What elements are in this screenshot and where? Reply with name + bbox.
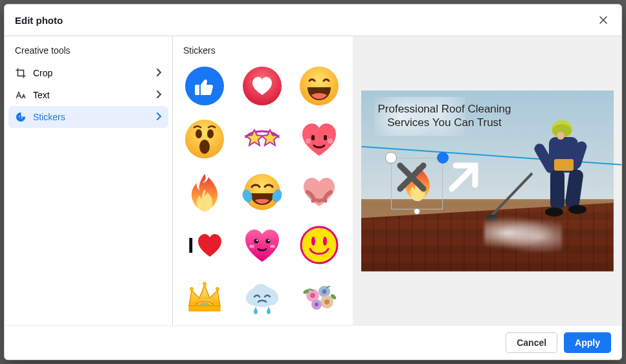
canvas-area: Professional Roof Cleaning Services You … — [353, 36, 621, 325]
rainbow-crown-sticker[interactable] — [181, 274, 229, 322]
fire-sticker[interactable] — [181, 168, 229, 216]
i-heart-sticker[interactable] — [181, 221, 229, 269]
close-icon — [598, 15, 609, 25]
wow-face-sticker[interactable] — [181, 115, 229, 163]
tool-crop[interactable]: Crop — [8, 62, 168, 84]
flat-smiley-sticker[interactable] — [295, 221, 343, 269]
thumbs-up-sticker[interactable] — [181, 62, 229, 110]
text-icon — [15, 89, 27, 101]
hugging-heart-sticker[interactable] — [295, 168, 343, 216]
stickers-panel: Stickers — [173, 36, 353, 325]
svg-point-55 — [19, 116, 20, 117]
grinning-face-sticker[interactable] — [295, 62, 343, 110]
tears-of-joy-sticker[interactable] — [238, 168, 286, 216]
resize-icon — [444, 158, 483, 197]
edit-photo-modal: Edit photo Creative tools Crop — [4, 4, 622, 360]
modal-body: Creative tools Crop Text — [5, 36, 621, 325]
star-glasses-sticker[interactable] — [238, 115, 286, 163]
chevron-right-icon — [155, 112, 162, 123]
pink-heart-face-sticker[interactable] — [238, 221, 286, 269]
apply-button[interactable]: Apply — [564, 332, 611, 353]
sticker-delete-handle[interactable] — [385, 152, 397, 164]
chevron-right-icon — [155, 68, 162, 79]
crying-cloud-sticker[interactable] — [238, 274, 286, 322]
photo-canvas[interactable]: Professional Roof Cleaning Services You … — [361, 91, 614, 272]
svg-point-56 — [21, 118, 23, 119]
modal-footer: Cancel Apply — [5, 325, 621, 359]
tool-label: Stickers — [33, 112, 65, 122]
heart-white-on-red-sticker[interactable] — [238, 62, 286, 110]
tool-label: Text — [33, 90, 50, 100]
modal-header: Edit photo — [5, 5, 621, 36]
sticker-icon — [15, 111, 27, 123]
heart-with-face-sticker[interactable] — [295, 115, 343, 163]
photo-overlay-text: Professional Roof Cleaning Services You … — [377, 102, 513, 130]
tool-text[interactable]: Text — [8, 84, 168, 106]
placed-sticker-fire[interactable] — [391, 158, 443, 209]
close-button[interactable] — [596, 12, 611, 28]
modal-title: Edit photo — [15, 15, 63, 26]
sticker-grid[interactable] — [178, 62, 350, 325]
creative-tools-sidebar: Creative tools Crop Text — [5, 36, 173, 325]
photo-pressure-steam — [484, 213, 562, 252]
sticker-resize-handle[interactable] — [437, 152, 449, 164]
crop-icon — [15, 67, 27, 79]
chevron-right-icon — [155, 90, 162, 101]
tool-label: Crop — [33, 68, 52, 78]
stickers-panel-header: Stickers — [178, 43, 350, 62]
close-icon — [392, 158, 431, 197]
tool-stickers[interactable]: Stickers — [8, 106, 168, 128]
sidebar-header: Creative tools — [8, 43, 168, 62]
sticker-rotate-handle[interactable] — [414, 208, 420, 215]
flower-bouquet-sticker[interactable] — [295, 274, 343, 322]
cancel-button[interactable]: Cancel — [506, 332, 557, 353]
